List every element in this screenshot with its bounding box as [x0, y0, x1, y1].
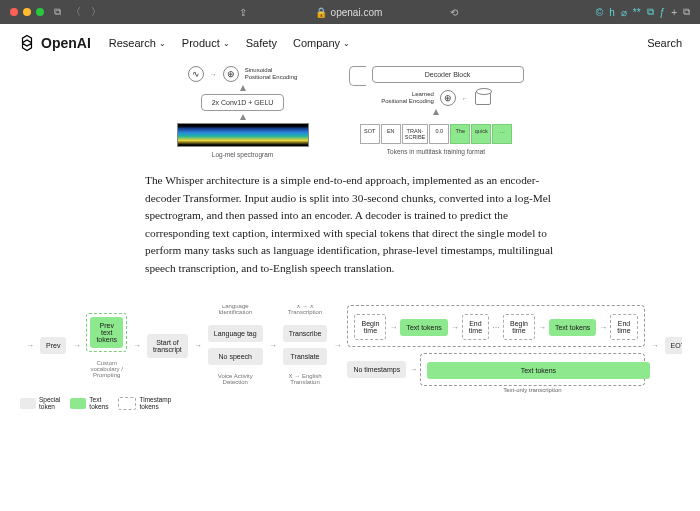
- node-end-time: End time: [610, 314, 637, 340]
- arrow-right-icon: →: [333, 341, 341, 350]
- arrow-right-icon: →: [538, 323, 546, 332]
- maximize-window-icon[interactable]: [36, 8, 44, 16]
- encoder-column: ∿ → ⊕ Sinusoidal Positional Encoding 2x …: [177, 66, 309, 158]
- arrow-right-icon: →: [210, 71, 217, 78]
- arrow-right-icon: →: [409, 365, 417, 374]
- vad-label: Voice Activity Detection: [208, 373, 263, 385]
- token: 0.0: [429, 124, 449, 144]
- node-begin-time: Begin time: [354, 314, 386, 340]
- nav-research[interactable]: Research⌄: [109, 37, 166, 49]
- node-text-tokens: Text tokens: [549, 319, 596, 336]
- text-only-group: Text-only transcription Text tokens: [420, 353, 644, 386]
- connector-line: [349, 66, 366, 86]
- minimize-window-icon[interactable]: [23, 8, 31, 16]
- legend-special: Special token: [20, 396, 60, 410]
- xen-label: X → English Translation: [283, 373, 328, 385]
- arrow-right-icon: →: [599, 323, 607, 332]
- node-language-tag: Language tag: [208, 325, 263, 342]
- brand-logo[interactable]: OpenAI: [18, 34, 91, 52]
- search-link[interactable]: Search: [647, 37, 682, 49]
- arrow-left-icon: ←: [462, 95, 469, 102]
- conv-block: 2x Conv1D + GELU: [201, 94, 285, 111]
- chevron-down-icon: ⌄: [223, 39, 230, 48]
- legend-text: Text tokens: [70, 396, 108, 410]
- nav-product[interactable]: Product⌄: [182, 37, 230, 49]
- arrow-right-icon: →: [651, 341, 659, 350]
- node-translate: Translate: [283, 348, 328, 365]
- arrow-right-icon: →: [389, 323, 397, 332]
- ellipsis-icon: ⋯: [492, 323, 500, 332]
- token: SOT: [360, 124, 380, 144]
- token: …: [492, 124, 512, 144]
- lang-id-label: Language Identification: [208, 305, 263, 315]
- decoder-column: Decoder Block Learned Positional Encodin…: [349, 66, 524, 158]
- arrow-right-icon: →: [451, 323, 459, 332]
- sidebar-toggle-icon[interactable]: ⧉: [54, 6, 61, 18]
- decoder-block: Decoder Block: [372, 66, 524, 83]
- forward-icon[interactable]: 〉: [91, 5, 101, 19]
- node-text-tokens: Text tokens: [427, 362, 649, 379]
- ext-icon-2[interactable]: ⌀: [621, 7, 627, 18]
- node-eot: EOT: [665, 337, 682, 354]
- add-icon: ⊕: [223, 66, 239, 82]
- arrow-right-icon: →: [194, 341, 202, 350]
- xx-label: X → X Transcription: [283, 305, 328, 315]
- main-nav: Research⌄ Product⌄ Safety Company⌄: [109, 37, 350, 49]
- node-prev-text-tokens: Prev text tokens: [90, 317, 123, 348]
- ext-icon-1[interactable]: h: [609, 7, 615, 18]
- node-prev: Prev: [40, 337, 66, 354]
- ext-icon-5[interactable]: ƒ: [660, 7, 666, 18]
- back-icon[interactable]: 〈: [71, 5, 81, 19]
- token: The: [450, 124, 470, 144]
- chevron-down-icon: ⌄: [159, 39, 166, 48]
- tokens-caption: Tokens in multitask training format: [387, 148, 485, 155]
- token-sequence: SOT EN TRAN- SCRIBE 0.0 The quick …: [360, 124, 512, 144]
- extensions: © h ⌀ ** ⧉ ƒ + ⧉: [596, 6, 690, 18]
- node-no-timestamps: No timestamps: [347, 361, 406, 378]
- token: quick: [471, 124, 491, 144]
- chevron-down-icon: ⌄: [343, 39, 350, 48]
- nav-safety[interactable]: Safety: [246, 37, 277, 49]
- arrow-right-icon: →: [269, 341, 277, 350]
- arrow-right-icon: →: [72, 341, 80, 350]
- prev-caption: Custom vocabulary / Prompting: [86, 360, 127, 378]
- lock-icon: 🔒: [315, 7, 327, 18]
- share-icon[interactable]: ⇪: [239, 7, 247, 18]
- nav-company[interactable]: Company⌄: [293, 37, 350, 49]
- legend: Special token Text tokens Timestamp toke…: [18, 396, 682, 410]
- spectrogram-image: [177, 123, 309, 147]
- ext-icon-4[interactable]: ⧉: [647, 6, 654, 18]
- node-text-tokens: Text tokens: [400, 319, 447, 336]
- node-end-time: End time: [462, 314, 489, 340]
- legend-timestamp: Timestamp tokens: [118, 396, 171, 410]
- reader-icon[interactable]: ⟲: [450, 7, 458, 18]
- text-only-label: Text-only transcription: [500, 387, 564, 393]
- window-controls[interactable]: [10, 8, 44, 16]
- spectrogram-caption: Log-mel spectrogram: [212, 151, 273, 158]
- ext-icon-0[interactable]: ©: [596, 7, 603, 18]
- node-start-transcript: Start of transcript: [147, 334, 188, 358]
- node-no-speech: No speech: [208, 348, 263, 365]
- new-tab-icon[interactable]: +: [671, 7, 677, 18]
- arrow-up-icon: [433, 109, 439, 115]
- tabs-icon[interactable]: ⧉: [683, 6, 690, 18]
- openai-icon: [18, 34, 36, 52]
- node-transcribe: Transcribe: [283, 325, 328, 342]
- add-icon: ⊕: [440, 90, 456, 106]
- site-header: OpenAI Research⌄ Product⌄ Safety Company…: [0, 24, 700, 62]
- arrow-right-icon: →: [133, 341, 141, 350]
- embedding-icon: [475, 91, 491, 105]
- node-begin-time: Begin time: [503, 314, 535, 340]
- pos-enc-label: Sinusoidal Positional Encoding: [245, 67, 298, 80]
- browser-chrome: ⧉ 〈 〉 ⇪ 🔒 openai.com ⟲ © h ⌀ ** ⧉ ƒ + ⧉: [0, 0, 700, 24]
- arrow-up-icon: [240, 85, 246, 91]
- description-paragraph: The Whisper architecture is a simple end…: [145, 172, 555, 277]
- address-bar[interactable]: openai.com: [331, 7, 383, 18]
- multitask-flow-diagram: → Prev → Prev text tokens Custom vocabul…: [18, 305, 682, 410]
- ext-icon-3[interactable]: **: [633, 7, 641, 18]
- architecture-diagram: ∿ → ⊕ Sinusoidal Positional Encoding 2x …: [18, 66, 682, 158]
- sine-icon: ∿: [188, 66, 204, 82]
- token: EN: [381, 124, 401, 144]
- arrow-up-icon: [240, 114, 246, 120]
- close-window-icon[interactable]: [10, 8, 18, 16]
